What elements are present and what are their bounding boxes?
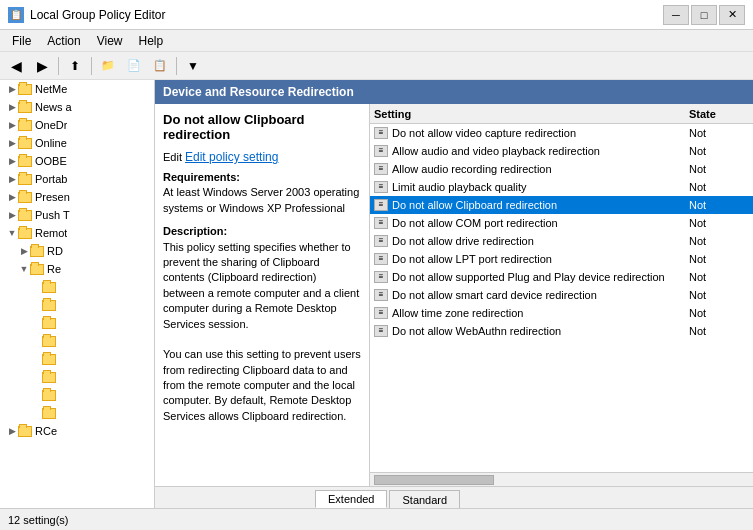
tree-item-sub4[interactable] bbox=[0, 332, 154, 350]
toolbar-separator-3 bbox=[176, 57, 177, 75]
table-row[interactable]: ≡ Allow audio and video playback redirec… bbox=[370, 142, 753, 160]
tabs-bar: Extended Standard bbox=[155, 486, 753, 508]
expand-sub3 bbox=[30, 317, 42, 329]
toolbar: ◀ ▶ ⬆ 📁 📄 📋 ▼ bbox=[0, 52, 753, 80]
expand-rce[interactable]: ▶ bbox=[6, 425, 18, 437]
table-row[interactable]: ≡ Allow audio recording redirection Not bbox=[370, 160, 753, 178]
tree-item-sub6[interactable] bbox=[0, 368, 154, 386]
tree-item-re[interactable]: ▼ Re bbox=[0, 260, 154, 278]
row-label-7: Do not allow LPT port redirection bbox=[392, 253, 689, 265]
row-label-8: Do not allow supported Plug and Play dev… bbox=[392, 271, 689, 283]
tree-item-sub1[interactable] bbox=[0, 278, 154, 296]
up-button[interactable]: ⬆ bbox=[63, 55, 87, 77]
row-state-5: Not bbox=[689, 217, 749, 229]
tree-item-onedr[interactable]: ▶ OneDr bbox=[0, 116, 154, 134]
table-row[interactable]: ≡ Do not allow supported Plug and Play d… bbox=[370, 268, 753, 286]
expand-re[interactable]: ▼ bbox=[18, 263, 30, 275]
expand-oobe[interactable]: ▶ bbox=[6, 155, 18, 167]
expand-netme[interactable]: ▶ bbox=[6, 83, 18, 95]
menu-file[interactable]: File bbox=[4, 32, 39, 50]
tree-item-sub2[interactable] bbox=[0, 296, 154, 314]
filter-button[interactable]: ▼ bbox=[181, 55, 205, 77]
tree-item-oobe[interactable]: ▶ OOBE bbox=[0, 152, 154, 170]
folder-icon-re bbox=[30, 264, 44, 275]
properties-button[interactable]: 📄 bbox=[122, 55, 146, 77]
table-row[interactable]: ≡ Limit audio playback quality Not bbox=[370, 178, 753, 196]
expand-rd[interactable]: ▶ bbox=[18, 245, 30, 257]
tab-standard[interactable]: Standard bbox=[389, 490, 460, 508]
table-row[interactable]: ≡ Do not allow LPT port redirection Not bbox=[370, 250, 753, 268]
row-label-5: Do not allow COM port redirection bbox=[392, 217, 689, 229]
table-row[interactable]: ≡ Do not allow COM port redirection Not bbox=[370, 214, 753, 232]
tree-item-remot[interactable]: ▼ Remot bbox=[0, 224, 154, 242]
folder-icon-presen bbox=[18, 192, 32, 203]
back-button[interactable]: ◀ bbox=[4, 55, 28, 77]
new-button[interactable]: 📋 bbox=[148, 55, 172, 77]
maximize-button[interactable]: □ bbox=[691, 5, 717, 25]
forward-button[interactable]: ▶ bbox=[30, 55, 54, 77]
tree-item-online[interactable]: ▶ Online bbox=[0, 134, 154, 152]
table-row[interactable]: ≡ Do not allow smart card device redirec… bbox=[370, 286, 753, 304]
table-row[interactable]: ≡ Do not allow video capture redirection… bbox=[370, 124, 753, 142]
expand-online[interactable]: ▶ bbox=[6, 137, 18, 149]
table-row[interactable]: ≡ Do not allow Clipboard redirection Not bbox=[370, 196, 753, 214]
folder-icon-portab bbox=[18, 174, 32, 185]
folder-icon-remot bbox=[18, 228, 32, 239]
expand-onedr[interactable]: ▶ bbox=[6, 119, 18, 131]
tree-item-news[interactable]: ▶ News a bbox=[0, 98, 154, 116]
tree-item-netme[interactable]: ▶ NetMe bbox=[0, 80, 154, 98]
expand-pusht[interactable]: ▶ bbox=[6, 209, 18, 221]
tree-item-presen[interactable]: ▶ Presen bbox=[0, 188, 154, 206]
desc-pane[interactable]: Do not allow Clipboard redirection Edit … bbox=[155, 104, 369, 486]
tree-item-sub8[interactable] bbox=[0, 404, 154, 422]
row-icon-5: ≡ bbox=[374, 217, 388, 229]
policy-header-text: Device and Resource Redirection bbox=[163, 85, 354, 99]
row-label-11: Do not allow WebAuthn redirection bbox=[392, 325, 689, 337]
settings-hscroll[interactable] bbox=[370, 472, 753, 486]
row-state-6: Not bbox=[689, 235, 749, 247]
settings-list[interactable]: ≡ Do not allow video capture redirection… bbox=[370, 124, 753, 472]
menu-view[interactable]: View bbox=[89, 32, 131, 50]
tree-item-pusht[interactable]: ▶ Push T bbox=[0, 206, 154, 224]
folder-icon-sub4 bbox=[42, 336, 56, 347]
tree-item-portab[interactable]: ▶ Portab bbox=[0, 170, 154, 188]
policy-body: Do not allow Clipboard redirection Edit … bbox=[155, 104, 753, 486]
minimize-button[interactable]: ─ bbox=[663, 5, 689, 25]
titlebar-controls[interactable]: ─ □ ✕ bbox=[663, 5, 745, 25]
tree-item-rd[interactable]: ▶ RD bbox=[0, 242, 154, 260]
menu-action[interactable]: Action bbox=[39, 32, 88, 50]
folder-icon-sub3 bbox=[42, 318, 56, 329]
show-hide-button[interactable]: 📁 bbox=[96, 55, 120, 77]
row-state-9: Not bbox=[689, 289, 749, 301]
row-icon-6: ≡ bbox=[374, 235, 388, 247]
edit-policy-link[interactable]: Edit policy setting bbox=[185, 150, 278, 164]
tree-item-sub5[interactable] bbox=[0, 350, 154, 368]
table-row[interactable]: ≡ Do not allow WebAuthn redirection Not bbox=[370, 322, 753, 340]
tab-extended-label: Extended bbox=[328, 493, 374, 505]
expand-news[interactable]: ▶ bbox=[6, 101, 18, 113]
expand-presen[interactable]: ▶ bbox=[6, 191, 18, 203]
table-row[interactable]: ≡ Allow time zone redirection Not bbox=[370, 304, 753, 322]
table-row[interactable]: ≡ Do not allow drive redirection Not bbox=[370, 232, 753, 250]
tree-label-netme: NetMe bbox=[35, 83, 67, 95]
close-button[interactable]: ✕ bbox=[719, 5, 745, 25]
folder-icon-onedr bbox=[18, 120, 32, 131]
hscroll-thumb[interactable] bbox=[374, 475, 494, 485]
tree-label-onedr: OneDr bbox=[35, 119, 67, 131]
menu-help[interactable]: Help bbox=[131, 32, 172, 50]
tree-label-rce: RCe bbox=[35, 425, 57, 437]
expand-remot[interactable]: ▼ bbox=[6, 227, 18, 239]
folder-icon-news bbox=[18, 102, 32, 113]
row-state-1: Not bbox=[689, 145, 749, 157]
tab-extended[interactable]: Extended bbox=[315, 490, 387, 508]
tree-panel[interactable]: ▶ NetMe ▶ News a ▶ OneDr ▶ Online ▶ OOBE bbox=[0, 80, 155, 508]
tree-item-rce[interactable]: ▶ RCe bbox=[0, 422, 154, 440]
expand-portab[interactable]: ▶ bbox=[6, 173, 18, 185]
tree-item-sub7[interactable] bbox=[0, 386, 154, 404]
row-icon-8: ≡ bbox=[374, 271, 388, 283]
row-state-11: Not bbox=[689, 325, 749, 337]
row-label-1: Allow audio and video playback redirecti… bbox=[392, 145, 689, 157]
tree-label-rd: RD bbox=[47, 245, 63, 257]
row-label-2: Allow audio recording redirection bbox=[392, 163, 689, 175]
tree-item-sub3[interactable] bbox=[0, 314, 154, 332]
